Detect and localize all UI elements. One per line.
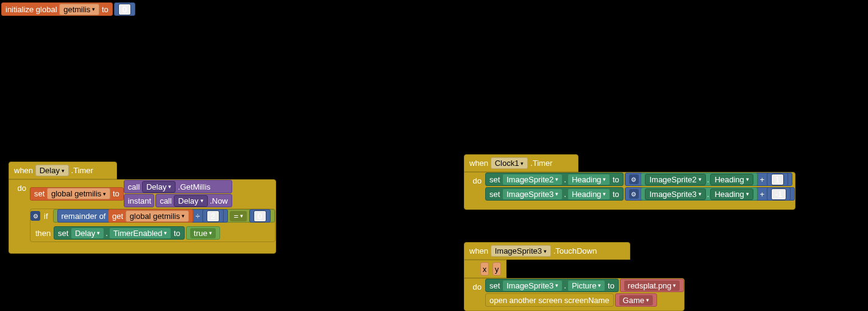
when-sprite3-touchdown[interactable]: when ImageSprite3 .TouchDown x y do set … — [464, 242, 685, 311]
init-label: initialize global getmilis to — [1, 2, 113, 16]
param-y[interactable]: y — [493, 262, 501, 276]
number-socket[interactable]: 0 — [114, 2, 135, 16]
event-header: when ImageSprite3 .TouchDown — [464, 242, 630, 260]
set-heading-sprite3[interactable]: set ImageSprite3 . Heading to ⚙ ImageSpr… — [485, 187, 795, 201]
equals-block[interactable]: remainder of get global getmilis ÷ 2 = 0 — [53, 209, 275, 223]
open-screen[interactable]: open another screen screenName Game — [485, 293, 684, 307]
comp-delay[interactable]: Delay — [35, 165, 69, 176]
gear-icon[interactable]: ⚙ — [30, 211, 40, 221]
instant-arg: instant — [124, 194, 154, 207]
var-getmilis[interactable]: getmilis — [59, 4, 99, 15]
set-global[interactable]: set global getmilis to — [30, 187, 124, 201]
param-x[interactable]: x — [480, 262, 489, 276]
if-block[interactable]: ⚙ if remainder of get global getmilis ÷ … — [30, 209, 276, 242]
get-heading[interactable]: ImageSprite2 . Heading — [641, 173, 757, 186]
gear-icon[interactable]: ⚙ — [629, 174, 639, 184]
true-block[interactable]: true — [186, 226, 220, 240]
call-getmillis[interactable]: call Delay .GetMillis — [124, 180, 232, 193]
call-now[interactable]: call Delay .Now — [155, 194, 232, 207]
if-label: if — [40, 209, 52, 223]
remainder-block[interactable]: remainder of get global getmilis ÷ 2 — [57, 209, 228, 223]
event-header: when Delay .Timer — [9, 162, 117, 179]
set-picture[interactable]: set ImageSprite3 . Picture to redsplat.p… — [485, 279, 684, 292]
then-label: then — [35, 229, 54, 238]
event-header: when Clock1 .Timer — [464, 154, 578, 172]
when-clock1-timer[interactable]: when Clock1 .Timer do set ImageSprite2 .… — [464, 154, 795, 210]
var-dd[interactable]: global getmilis — [47, 188, 110, 199]
set-heading-sprite2[interactable]: set ImageSprite2 . Heading to ⚙ ImageSpr… — [485, 173, 795, 186]
call-comp[interactable]: Delay — [142, 181, 176, 193]
set-timerenabled[interactable]: set Delay . TimerEnabled to — [54, 226, 185, 240]
number-value: 0 — [118, 4, 131, 15]
plus-block[interactable]: ⚙ ImageSprite2 . Heading + 1 — [625, 173, 792, 186]
do-label: do — [9, 180, 30, 193]
when-delay-timer[interactable]: when Delay .Timer do set global getmilis… — [9, 162, 276, 254]
gear-icon[interactable]: ⚙ — [629, 189, 639, 199]
get-block[interactable]: get global getmilis — [108, 209, 193, 223]
init-global-block[interactable]: initialize global getmilis to 0 — [1, 2, 135, 16]
text-block[interactable]: redsplat.png — [620, 279, 685, 292]
